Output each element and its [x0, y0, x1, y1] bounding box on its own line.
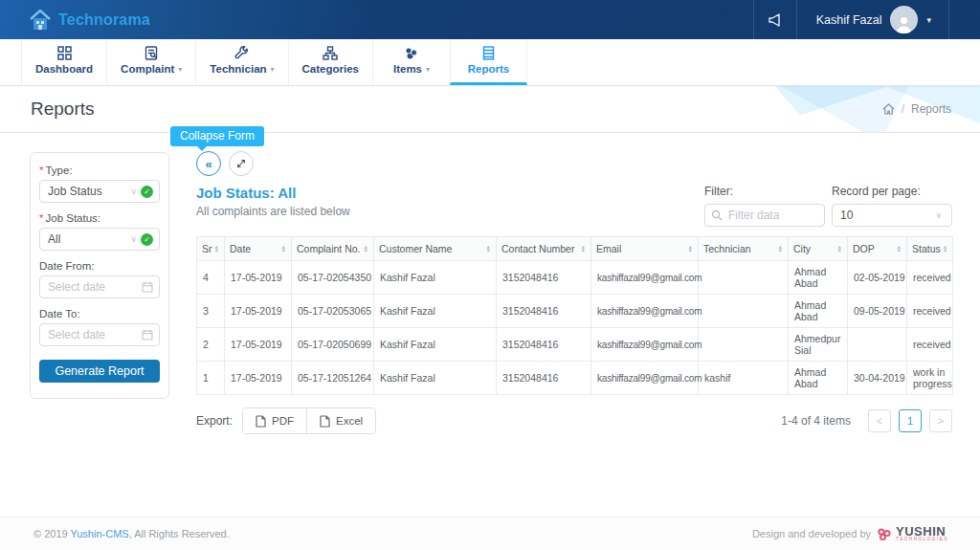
table-cell	[699, 261, 789, 295]
wrench-icon	[234, 45, 249, 60]
per-page-value: 10	[840, 209, 933, 222]
column-label: Status	[912, 243, 941, 254]
table-cell: 02-05-2019	[848, 261, 907, 295]
breadcrumb-separator: /	[902, 102, 904, 116]
job-status-value: All	[48, 232, 128, 246]
announcement-button[interactable]	[753, 0, 797, 39]
yushin-cms-link[interactable]: Yushin-CMS	[71, 528, 129, 539]
table-cell: work in progress	[907, 362, 953, 395]
brand-house-icon	[29, 10, 52, 31]
table-cell: 05-17-02053065	[292, 295, 374, 328]
column-header[interactable]: Date▲▼	[225, 237, 292, 261]
table-cell: 17-05-2019	[225, 261, 292, 295]
required-mark: *	[39, 212, 43, 224]
nav-label: Complaint	[121, 63, 174, 75]
calendar-icon	[142, 281, 153, 293]
column-header[interactable]: City▲▼	[789, 237, 848, 261]
sort-icon: ▲▼	[581, 245, 586, 253]
collapse-form-button[interactable]: «	[196, 151, 221, 176]
table-cell: kashiffazal99@gmail.com	[591, 295, 699, 328]
column-header[interactable]: Status▲▼	[907, 237, 953, 261]
search-icon	[711, 209, 723, 221]
job-status-select[interactable]: All ∨ ✓	[39, 228, 160, 251]
filter-group: Filter:	[704, 185, 825, 227]
column-label: Customer Name	[379, 243, 452, 254]
report-table-body: 417-05-201905-17-02054350Kashif Fazal315…	[197, 261, 953, 395]
sort-icon: ▲▼	[837, 245, 842, 253]
column-header[interactable]: Technician▲▼	[699, 237, 789, 261]
job-status-label: *Job Status:	[39, 212, 160, 224]
topbar-right: Kashif Fazal ▾	[753, 0, 980, 39]
sort-icon: ▲▼	[943, 245, 947, 253]
table-row: 317-05-201905-17-02053065Kashif Fazal315…	[197, 295, 953, 328]
chevron-right-icon: >	[938, 415, 944, 427]
export-excel-button[interactable]: Excel	[306, 408, 375, 433]
table-cell: 3152048416	[497, 261, 591, 295]
table-cell: 05-17-02054350	[292, 261, 374, 295]
date-to-label: Date To:	[39, 308, 160, 319]
chevron-down-icon: ∨	[935, 210, 942, 220]
nav-item-complaint[interactable]: Complaint ▾	[106, 39, 195, 85]
nav-label: Reports	[468, 63, 509, 75]
export-pdf-button[interactable]: PDF	[243, 408, 306, 433]
required-mark: *	[39, 165, 43, 176]
table-cell: 3152048416	[497, 362, 591, 395]
table-cell: 30-04-2019	[848, 362, 907, 395]
type-select[interactable]: Job Status ∨ ✓	[39, 180, 160, 203]
generate-report-button[interactable]: Generate Report	[39, 360, 160, 383]
yushin-mark-icon	[877, 527, 892, 541]
app: Technorama Kashif Fazal ▾	[0, 0, 980, 550]
column-header[interactable]: Email▲▼	[591, 237, 699, 261]
sort-icon: ▲▼	[214, 245, 219, 253]
column-header[interactable]: Sr▲▼	[197, 237, 225, 261]
column-header[interactable]: Contact Number▲▼	[497, 237, 591, 261]
column-label: Technician	[703, 243, 751, 254]
column-header[interactable]: Customer Name▲▼	[374, 237, 497, 261]
nav-label: Technician	[210, 63, 266, 75]
next-page-button[interactable]: >	[929, 409, 952, 432]
megaphone-icon	[768, 13, 783, 27]
valid-check-icon: ✓	[141, 186, 153, 198]
caret-down-icon: ▾	[178, 65, 182, 74]
column-header[interactable]: Complaint No.▲▼	[292, 237, 374, 261]
report-subheading: All complaints are listed below	[196, 205, 698, 218]
nav-label: Categories	[302, 63, 359, 75]
nav-item-reports[interactable]: Reports	[450, 39, 527, 85]
table-cell: 17-05-2019	[225, 362, 292, 395]
page-number-button[interactable]: 1	[899, 409, 922, 432]
prev-page-button[interactable]: <	[868, 409, 891, 432]
table-cell	[699, 295, 789, 328]
type-value: Job Status	[48, 185, 128, 198]
home-icon[interactable]	[882, 103, 895, 115]
table-cell: received	[907, 261, 953, 295]
caret-down-icon: ▾	[426, 65, 430, 74]
sort-icon: ▲▼	[897, 245, 902, 253]
brand-name: Technorama	[58, 11, 150, 29]
nav-item-categories[interactable]: Categories	[288, 39, 372, 85]
table-cell: 2	[197, 328, 225, 362]
brand[interactable]: Technorama	[0, 10, 150, 31]
table-cell: Ahmad Abad	[789, 261, 848, 295]
column-header[interactable]: DOP▲▼	[848, 237, 907, 261]
date-to-input[interactable]: Select date	[39, 323, 160, 346]
table-cell: 17-05-2019	[225, 295, 292, 328]
nav-item-items[interactable]: Items ▾	[372, 39, 450, 85]
table-cell: 09-05-2019	[848, 295, 907, 328]
nav-item-technician[interactable]: Technician ▾	[195, 39, 287, 85]
report-filter-form: *Type: Job Status ∨ ✓ *Job Status: All ∨…	[30, 152, 169, 399]
fullscreen-button[interactable]	[229, 151, 254, 176]
table-cell: kashiffazal99@gmail.com	[591, 362, 699, 395]
table-row: 417-05-201905-17-02054350Kashif Fazal315…	[197, 261, 953, 295]
nav-item-dashboard[interactable]: Dashboard	[21, 39, 106, 85]
per-page-select[interactable]: 10 ∨	[832, 204, 952, 227]
table-cell: 3152048416	[497, 295, 591, 328]
user-menu[interactable]: Kashif Fazal ▾	[797, 0, 949, 39]
user-name: Kashif Fazal	[816, 13, 882, 27]
person-icon	[894, 14, 914, 33]
yushin-sub: TECHNOLOGIES	[896, 538, 948, 542]
page-header: Reports / Reports	[0, 86, 980, 133]
yushin-logo[interactable]: YUSHIN TECHNOLOGIES	[877, 525, 948, 542]
date-from-input[interactable]: Select date	[39, 275, 160, 298]
topbar: Technorama Kashif Fazal ▾	[0, 0, 980, 39]
expand-icon	[235, 158, 247, 169]
